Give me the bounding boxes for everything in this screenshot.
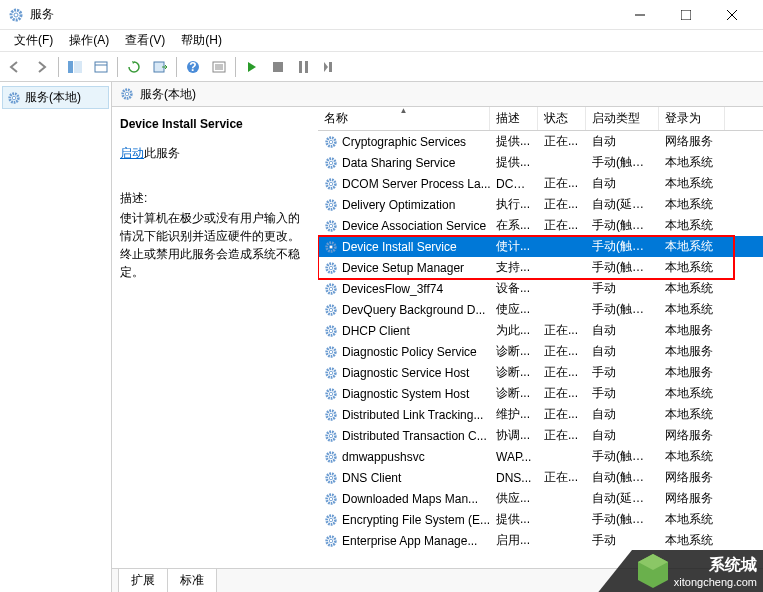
start-service-link[interactable]: 启动	[120, 146, 144, 160]
column-status[interactable]: 状态	[538, 107, 586, 130]
forward-button[interactable]	[30, 55, 54, 79]
tree-item-services-local[interactable]: 服务(本地)	[2, 86, 109, 109]
service-name: Device Install Service	[342, 240, 457, 254]
column-name[interactable]: 名称	[318, 107, 490, 130]
help-button[interactable]: ?	[181, 55, 205, 79]
service-row[interactable]: DNS ClientDNS...正在...自动(触发...网络服务	[318, 467, 763, 488]
column-description[interactable]: 描述	[490, 107, 538, 130]
service-status: 正在...	[538, 343, 586, 360]
start-service-button[interactable]	[240, 55, 264, 79]
service-row[interactable]: Encrypting File System (E...提供...手动(触发..…	[318, 509, 763, 530]
view-tabs: 扩展 标准	[112, 568, 763, 592]
svg-point-60	[329, 497, 333, 501]
service-desc: 协调...	[490, 427, 538, 444]
services-icon	[7, 91, 21, 105]
service-startup: 手动(触发...	[586, 301, 659, 318]
service-status: 正在...	[538, 322, 586, 339]
service-desc: 提供...	[490, 511, 538, 528]
close-button[interactable]	[709, 0, 755, 30]
service-status: 正在...	[538, 217, 586, 234]
service-icon	[324, 513, 338, 527]
service-row[interactable]: dmwappushsvcWAP...手动(触发...本地系统	[318, 446, 763, 467]
service-icon	[324, 303, 338, 317]
column-startup-type[interactable]: 启动类型	[586, 107, 659, 130]
service-row[interactable]: DHCP Client为此...正在...自动本地服务	[318, 320, 763, 341]
service-desc: 诊断...	[490, 343, 538, 360]
export-list-button[interactable]	[148, 55, 172, 79]
service-status: 正在...	[538, 469, 586, 486]
services-icon	[8, 7, 24, 23]
service-name: Device Setup Manager	[342, 261, 464, 275]
service-row[interactable]: Device Install Service使计...手动(触发...本地系统	[318, 236, 763, 257]
service-desc: 执行...	[490, 196, 538, 213]
menu-file[interactable]: 文件(F)	[6, 30, 61, 51]
service-desc: 诊断...	[490, 364, 538, 381]
export-button[interactable]	[89, 55, 113, 79]
tab-extended[interactable]: 扩展	[118, 569, 168, 592]
service-status: 正在...	[538, 133, 586, 150]
menu-help[interactable]: 帮助(H)	[173, 30, 230, 51]
pause-service-button[interactable]	[292, 55, 316, 79]
service-row[interactable]: DevicesFlow_3ff74设备...手动本地系统	[318, 278, 763, 299]
svg-rect-8	[95, 62, 107, 72]
service-name: Distributed Link Tracking...	[342, 408, 483, 422]
service-row[interactable]: Device Setup Manager支持...手动(触发...本地系统	[318, 257, 763, 278]
service-icon	[324, 156, 338, 170]
svg-point-42	[329, 308, 333, 312]
restart-service-button[interactable]	[318, 55, 342, 79]
service-status: 正在...	[538, 406, 586, 423]
service-desc: DNS...	[490, 471, 538, 485]
service-icon	[324, 534, 338, 548]
stop-service-button[interactable]	[266, 55, 290, 79]
service-name: Diagnostic Service Host	[342, 366, 469, 380]
service-row[interactable]: Distributed Transaction C...协调...正在...自动…	[318, 425, 763, 446]
service-icon	[324, 366, 338, 380]
service-logon: 本地系统	[659, 532, 725, 549]
service-name: Enterprise App Manage...	[342, 534, 477, 548]
svg-point-26	[329, 140, 333, 144]
show-hide-tree-button[interactable]	[63, 55, 87, 79]
service-startup: 自动(延迟...	[586, 490, 659, 507]
svg-point-24	[125, 92, 129, 96]
service-icon	[324, 408, 338, 422]
service-logon: 本地系统	[659, 259, 725, 276]
service-row[interactable]: DCOM Server Process La...DCO...正在...自动本地…	[318, 173, 763, 194]
service-icon	[324, 240, 338, 254]
service-status: 正在...	[538, 175, 586, 192]
menu-action[interactable]: 操作(A)	[61, 30, 117, 51]
service-row[interactable]: Delivery Optimization执行...正在...自动(延迟...本…	[318, 194, 763, 215]
svg-text:?: ?	[189, 60, 196, 74]
service-row[interactable]: Cryptographic Services提供...正在...自动网络服务	[318, 131, 763, 152]
service-icon	[324, 219, 338, 233]
service-row[interactable]: Diagnostic Service Host诊断...正在...手动本地服务	[318, 362, 763, 383]
service-startup: 手动(触发...	[586, 154, 659, 171]
service-icon	[324, 198, 338, 212]
tab-standard[interactable]: 标准	[167, 569, 217, 592]
refresh-button[interactable]	[122, 55, 146, 79]
service-row[interactable]: Distributed Link Tracking...维护...正在...自动…	[318, 404, 763, 425]
service-row[interactable]: Diagnostic Policy Service诊断...正在...自动本地服…	[318, 341, 763, 362]
back-button[interactable]	[4, 55, 28, 79]
service-row[interactable]: Enterprise App Manage...启用...手动本地系统	[318, 530, 763, 551]
minimize-button[interactable]	[617, 0, 663, 30]
service-logon: 本地服务	[659, 322, 725, 339]
service-name: DHCP Client	[342, 324, 410, 338]
service-startup: 手动	[586, 532, 659, 549]
properties-button[interactable]	[207, 55, 231, 79]
tree-item-label: 服务(本地)	[25, 89, 81, 106]
maximize-button[interactable]	[663, 0, 709, 30]
service-startup: 手动(触发...	[586, 259, 659, 276]
svg-rect-20	[329, 62, 332, 72]
service-row[interactable]: Downloaded Maps Man...供应...自动(延迟...网络服务	[318, 488, 763, 509]
menu-view[interactable]: 查看(V)	[117, 30, 173, 51]
service-row[interactable]: DevQuery Background D...使应...手动(触发...本地系…	[318, 299, 763, 320]
service-icon	[324, 450, 338, 464]
svg-point-44	[329, 329, 333, 333]
services-icon	[120, 87, 134, 101]
service-row[interactable]: Data Sharing Service提供...手动(触发...本地系统	[318, 152, 763, 173]
svg-point-30	[329, 182, 333, 186]
column-logon-as[interactable]: 登录为	[659, 107, 725, 130]
service-row[interactable]: Diagnostic System Host诊断...正在...手动本地系统	[318, 383, 763, 404]
service-row[interactable]: Device Association Service在系...正在...手动(触…	[318, 215, 763, 236]
service-startup: 自动	[586, 322, 659, 339]
